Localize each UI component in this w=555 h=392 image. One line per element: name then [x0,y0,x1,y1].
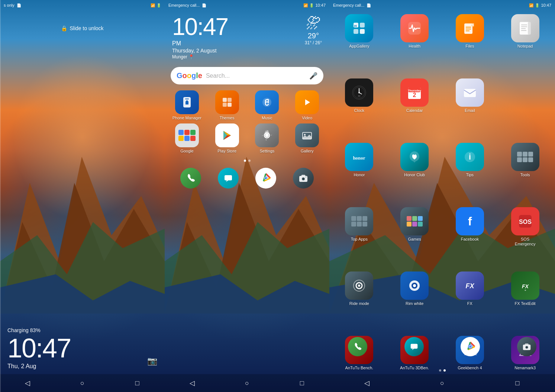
svg-text:i: i [469,152,471,161]
app-play-store[interactable]: Play Store [209,123,246,154]
home-button[interactable]: ○ [75,376,90,391]
app-notepad[interactable]: Notepad [498,14,552,77]
dot-1 [244,160,246,162]
svg-point-24 [304,134,306,135]
apps-dock-chrome-icon [461,337,480,356]
apps-battery-icon: 🔋 [535,3,539,7]
dock-messages[interactable] [218,168,239,189]
apps-grid: H AppGallery Health [329,10,555,374]
ride-mode-label: Ride mode [349,301,369,306]
dock-phone[interactable] [180,168,201,189]
back-button[interactable]: ◁ [20,376,35,391]
slide-to-unlock[interactable]: 🔒 Slide to unlock [0,25,165,31]
svg-rect-11 [228,98,232,102]
svg-point-92 [469,346,471,348]
lock-camera-icon[interactable]: 📷 [147,356,157,366]
google-search-bar[interactable]: Google Search... 🎤 [171,67,323,84]
apps-home-button[interactable]: ○ [435,376,449,391]
app-video[interactable]: Video [288,90,326,121]
music-icon [255,90,279,114]
apps-back-button[interactable]: ◁ [359,376,374,391]
games-label: Games [408,237,421,242]
svg-rect-13 [228,103,232,107]
google-folder-label: Google [180,149,193,154]
apps-dock-messages[interactable] [404,337,424,356]
apps-carrier: Emergency call... [333,3,364,7]
app-fx[interactable]: FX FX [443,271,497,334]
video-label: Video [302,116,312,121]
app-clock[interactable]: XII Clock [332,78,386,141]
home-back-button[interactable]: ◁ [185,376,200,391]
apps-recents-button[interactable]: □ [510,376,525,391]
app-settings[interactable]: Settings [249,123,286,154]
svg-point-60 [358,92,360,93]
app-fx-textedit[interactable]: FX ≡ FX TextEdit [498,271,552,334]
app-tools[interactable]: Tools [498,143,552,206]
email-label: Email [465,108,475,113]
lock-icon: 🔒 [61,25,67,31]
lock-signal-icon: 📶 [151,3,155,7]
svg-point-95 [526,347,528,348]
app-files[interactable]: Files [443,14,497,77]
appgallery-label: AppGallery [349,44,369,49]
weather-range: 31° / 26° [305,40,322,45]
app-themes[interactable]: Themes [209,90,246,121]
app-ride-mode[interactable]: Ride mode [332,271,386,334]
clock-label: Clock [354,108,365,113]
app-tips[interactable]: i Tips [443,143,497,206]
google-folder-icon [175,123,199,147]
home-nav-bar: ◁ ○ □ [165,374,329,392]
home-signal-icon: 📶 [303,3,308,7]
app-email[interactable]: Email [443,78,497,141]
apps-dock-phone[interactable] [348,337,367,356]
app-health[interactable]: Health [388,14,442,77]
calendar-icon: Thursday 2 [400,78,429,107]
apps-dock-messages-icon [404,337,424,356]
svg-point-22 [265,134,268,137]
app-honor-club[interactable]: Honor Club [388,143,442,206]
settings-label: Settings [260,149,275,154]
video-icon [295,90,319,114]
apps-sim-icon: 📄 [367,3,371,7]
app-rim-white[interactable]: Rim white [388,271,442,334]
recents-button[interactable]: □ [130,376,145,391]
app-phone-manager[interactable]: Phone Manager [168,90,206,121]
home-status-bar: Emergency call... 📄 📶 🔋 10:47 [165,0,329,10]
home-recents-button[interactable]: □ [294,376,309,391]
svg-point-78 [413,284,416,287]
svg-rect-46 [471,23,474,26]
svg-text:≡: ≡ [525,289,526,292]
rim-white-icon [400,271,429,300]
app-sos-emergency[interactable]: SOS SOS Emergency [498,207,552,270]
home-battery-icon: 🔋 [309,3,314,7]
fx-icon: FX [456,271,484,300]
app-gallery[interactable]: Gallery [288,123,326,154]
mic-icon[interactable]: 🎤 [309,72,317,80]
apps-dock-camera-icon [517,337,536,356]
weather-temp: 29° [308,32,319,40]
honor-icon: honor [345,143,373,171]
settings-icon [255,123,279,147]
app-games[interactable]: Games [388,207,442,270]
health-icon [400,14,429,42]
app-google-folder[interactable]: Google [168,123,206,154]
home-home-button[interactable]: ○ [239,376,254,391]
app-calendar[interactable]: Thursday 2 Calendar [388,78,442,141]
app-music[interactable]: Music [249,90,286,121]
app-appgallery[interactable]: H AppGallery [332,14,386,77]
apps-dock-chrome[interactable] [461,337,480,356]
app-top-apps[interactable]: Top Apps [332,207,386,270]
app-facebook[interactable]: f Facebook [443,207,497,270]
dock-chrome[interactable] [255,168,276,189]
svg-point-32 [302,178,304,180]
files-label: Files [465,44,474,49]
home-page-dots [165,160,329,162]
app-honor[interactable]: honor Honor [332,143,386,206]
lock-status-bar: s only 📄 📶 🔋 [0,0,165,10]
svg-marker-15 [305,99,310,105]
dock-camera[interactable] [293,168,314,189]
apps-dot-2 [443,369,446,372]
apps-dock-camera[interactable] [517,337,536,356]
apps-time: 10:47 [541,3,551,7]
dock-camera-icon [293,168,314,189]
